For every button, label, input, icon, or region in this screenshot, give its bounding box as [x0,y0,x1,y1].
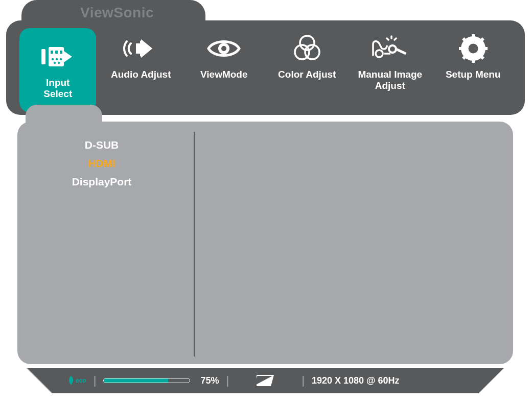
svg-point-6 [52,58,54,60]
input-option-displayport[interactable]: DisplayPort [17,173,186,191]
nav-input-select[interactable]: InputSelect [19,28,96,112]
osd-frame: ViewSonic [6,0,525,393]
nav-label: Manual ImageAdjust [358,69,422,91]
svg-point-21 [376,50,383,57]
svg-marker-2 [64,51,72,62]
svg-marker-36 [257,375,273,386]
input-select-icon [38,38,77,75]
separator: | [226,374,229,387]
nav-label: Setup Menu [446,69,501,80]
progress-percent: 75% [200,375,219,386]
svg-point-9 [54,62,56,64]
brand-label: ViewSonic [80,5,154,21]
input-option-list: D-SUB HDMI DisplayPort [17,136,186,191]
separator: | [94,374,97,387]
svg-marker-14 [140,40,151,57]
svg-point-8 [60,58,62,60]
nav-audio-adjust[interactable]: Audio Adjust [103,28,179,80]
view-mode-icon [206,30,242,67]
progress-bar [103,378,190,383]
svg-point-34 [469,44,477,53]
audio-adjust-icon [121,30,161,67]
eco-label: eco [76,377,86,384]
nav-label: Audio Adjust [111,69,171,80]
content-panel: D-SUB HDMI DisplayPort [17,122,513,364]
svg-rect-15 [136,43,141,54]
content-divider [194,132,195,357]
svg-rect-5 [60,51,62,54]
nav-manual-image-adjust[interactable]: Manual ImageAdjust [352,28,428,91]
nav-setup-menu[interactable]: Setup Menu [435,28,512,80]
input-option-dsub[interactable]: D-SUB [17,136,186,154]
separator: | [302,374,305,387]
svg-rect-0 [41,49,45,64]
manual-image-adjust-icon [370,30,410,67]
svg-rect-26 [482,47,488,50]
resolution-label: 1920 X 1080 @ 60Hz [312,375,400,386]
nav-label: ViewMode [200,69,248,80]
svg-point-10 [58,62,60,64]
nav-panel: InputSelect Audio Ad [6,20,525,115]
color-adjust-icon [292,30,322,67]
nav-label: InputSelect [43,77,72,100]
status-bar: eco | 75% | | 1920 X 1080 @ 60Hz [6,368,525,393]
svg-point-7 [56,58,58,60]
nav-label: Color Adjust [278,69,336,80]
eco-icon: eco [67,376,86,385]
svg-point-17 [221,46,226,51]
svg-rect-23 [472,34,475,39]
svg-rect-3 [51,51,53,54]
svg-rect-4 [55,51,58,54]
contrast-icon [257,375,274,386]
nav-color-adjust[interactable]: Color Adjust [269,28,345,80]
svg-rect-24 [472,58,475,63]
progress-fill [104,378,168,383]
nav-view-mode[interactable]: ViewMode [186,28,262,80]
setup-menu-icon [459,30,488,67]
svg-rect-25 [459,47,464,50]
svg-rect-1 [49,47,64,66]
input-option-hdmi[interactable]: HDMI [17,154,186,173]
